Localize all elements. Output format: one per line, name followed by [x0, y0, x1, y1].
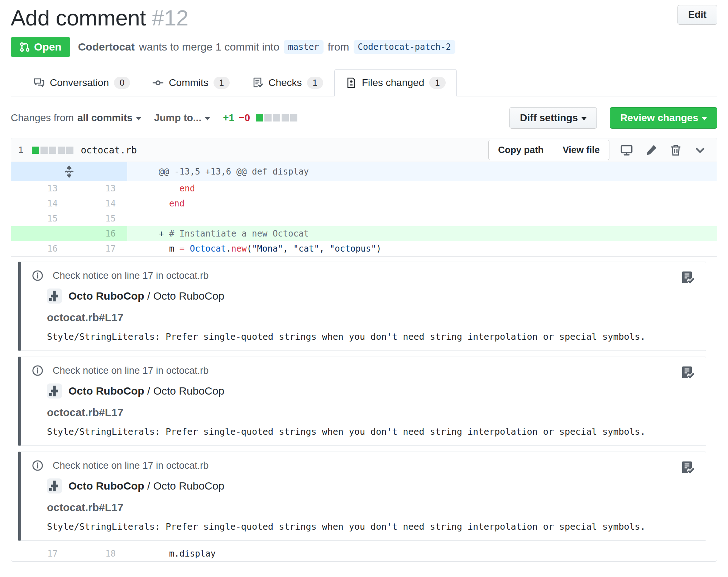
chevron-down-icon [136, 117, 141, 120]
tab-counter: 1 [429, 77, 445, 89]
head-branch-label[interactable]: Codertocat-patch-2 [354, 40, 455, 54]
file-diffstat-blocks [32, 147, 73, 154]
new-line-number[interactable]: 16 [69, 226, 127, 241]
notice-app-name[interactable]: Octo RuboCop [68, 480, 144, 492]
notice-file-line[interactable]: octocat.rb#L17 [47, 406, 695, 419]
copy-path-button[interactable]: Copy path [488, 140, 553, 160]
octo-rubocop-avatar [47, 478, 62, 493]
new-line-number[interactable]: 18 [69, 546, 127, 561]
review-changes-button[interactable]: Review changes [610, 107, 717, 129]
tab-checks[interactable]: Checks 1 [241, 69, 334, 96]
tab-label: Conversation [50, 77, 109, 89]
octo-rubocop-avatar [47, 288, 62, 304]
notice-heading: Check notice on line 17 in octocat.rb [53, 365, 209, 376]
file-stat-number: 1 [18, 144, 23, 156]
checks-icon[interactable] [681, 366, 695, 382]
jump-to-text: Jump to... [154, 112, 201, 124]
hunk-row: @@ -13,5 +13,6 @@ def display [11, 162, 717, 181]
expand-hunk-button[interactable] [11, 162, 127, 181]
edit-file-icon[interactable] [645, 144, 657, 156]
edit-button[interactable]: Edit [677, 5, 717, 25]
old-line-number[interactable]: 15 [11, 211, 69, 226]
from-text: from [328, 41, 349, 53]
chevron-down-icon [702, 117, 707, 120]
diffstat-block-neutral [290, 114, 297, 121]
checklist-icon [252, 77, 263, 89]
tab-commits[interactable]: Commits 1 [141, 69, 241, 96]
display-rich-diff-icon[interactable] [620, 144, 633, 157]
merge-meta: Codertocat wants to merge 1 commit into … [78, 40, 455, 54]
review-changes-label: Review changes [620, 112, 698, 124]
diff-row: 1313 end [11, 181, 717, 196]
file-actions: Copy path View file [488, 140, 609, 160]
tab-counter: 1 [214, 77, 230, 89]
checks-icon[interactable] [681, 271, 695, 287]
diff-row: 16+ # Instantiate a new Octocat [11, 226, 717, 241]
new-line-number[interactable]: 17 [69, 241, 127, 256]
info-icon [32, 365, 43, 376]
diffstat-blocks [256, 114, 297, 121]
tab-files-changed[interactable]: Files changed 1 [334, 69, 457, 96]
diff-settings-button[interactable]: Diff settings [509, 107, 597, 129]
file-name[interactable]: octocat.rb [81, 145, 137, 156]
changes-from-dropdown[interactable]: Changes from all commits [11, 112, 141, 124]
info-icon [32, 270, 43, 281]
new-line-number[interactable]: 13 [69, 181, 127, 196]
tab-label: Files changed [362, 77, 424, 89]
diffstat-block-neutral [40, 147, 48, 154]
notice-app-context: Octo RuboCop [153, 290, 224, 302]
pr-tabnav: Conversation 0 Commits 1 Checks 1 [11, 69, 717, 96]
diffstat-block-added [32, 147, 39, 154]
tab-conversation[interactable]: Conversation 0 [22, 69, 141, 96]
additions-count: +1 [223, 112, 234, 124]
new-line-number[interactable]: 15 [69, 211, 127, 226]
check-notice-box: Check notice on line 17 in octocat.rb Oc… [18, 357, 706, 446]
diff-row: 1414 end [11, 196, 717, 211]
notice-app-context: Octo RuboCop [153, 480, 224, 492]
code-line: m = Octocat.new("Mona", "cat", "octopus"… [127, 241, 717, 256]
notice-heading-row: Check notice on line 17 in octocat.rb [32, 270, 695, 281]
notice-app-name[interactable]: Octo RuboCop [68, 290, 144, 302]
unfold-icon [63, 166, 75, 178]
delete-file-icon[interactable] [670, 144, 682, 156]
notice-heading-row: Check notice on line 17 in octocat.rb [32, 460, 695, 471]
notice-app-row: Octo RuboCop / Octo RuboCop [47, 288, 695, 304]
old-line-number[interactable]: 16 [11, 241, 69, 256]
pull-request-page: Add comment #12 Edit Open Codertocat wan… [0, 0, 728, 562]
git-pull-request-icon [19, 42, 30, 52]
old-line-number[interactable]: 14 [11, 196, 69, 211]
check-notice-box: Check notice on line 17 in octocat.rb Oc… [18, 262, 706, 351]
notice-separator: / [144, 385, 153, 397]
collapse-diff-icon[interactable] [694, 144, 706, 156]
info-icon [32, 460, 43, 471]
notice-file-line[interactable]: octocat.rb#L17 [47, 311, 695, 324]
diff-row: 1718 m.display [11, 546, 717, 561]
diff-row: 1617 m = Octocat.new("Mona", "cat", "oct… [11, 241, 717, 256]
diffstat-block-neutral [58, 147, 65, 154]
old-line-number[interactable]: 13 [11, 181, 69, 196]
deletions-count: −0 [239, 112, 250, 124]
notice-app-name[interactable]: Octo RuboCop [68, 385, 144, 397]
notice-app-row: Octo RuboCop / Octo RuboCop [47, 478, 695, 493]
diffbar: Changes from all commits Jump to... +1 −… [11, 107, 717, 129]
view-file-button[interactable]: View file [553, 140, 609, 160]
file-diff-icon [345, 77, 357, 89]
old-line-number[interactable] [11, 226, 69, 241]
jump-to-dropdown[interactable]: Jump to... [154, 112, 210, 124]
notice-heading: Check notice on line 17 in octocat.rb [53, 270, 209, 281]
checks-icon[interactable] [681, 461, 695, 477]
notice-app-context: Octo RuboCop [153, 385, 224, 397]
notice-app-row: Octo RuboCop / Octo RuboCop [47, 383, 695, 399]
pr-author[interactable]: Codertocat [78, 41, 135, 53]
octo-rubocop-avatar [47, 383, 62, 399]
comment-discussion-icon [33, 77, 45, 89]
diff-settings-label: Diff settings [520, 112, 578, 124]
new-line-number[interactable]: 14 [69, 196, 127, 211]
old-line-number[interactable]: 17 [11, 546, 69, 561]
pr-header: Add comment #12 Edit [11, 5, 717, 30]
diffstat-block-added [256, 114, 263, 121]
notice-file-line[interactable]: octocat.rb#L17 [47, 501, 695, 514]
diffstat-block-neutral [49, 147, 56, 154]
file-header: 1 octocat.rb Copy path View file [11, 138, 717, 162]
base-branch-label[interactable]: master [284, 40, 324, 54]
